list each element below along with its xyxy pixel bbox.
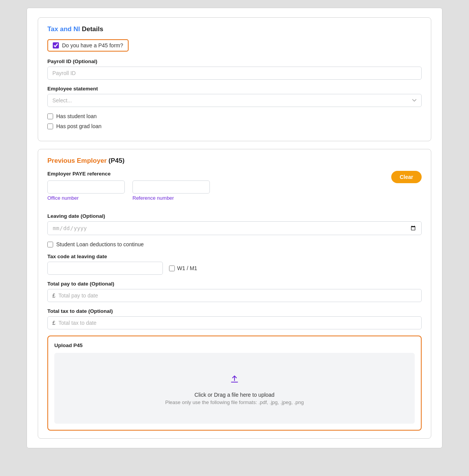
upload-sub-text: Please only use the following file forma… [165, 399, 304, 405]
previous-employer-title-part1: Previous Employer [47, 157, 107, 164]
office-number-sublabel: Office number [47, 195, 125, 201]
paye-sublabels-row: Office number Reference number [47, 195, 210, 201]
tax-code-group: Tax code at leaving date W1 / M1 [47, 254, 422, 275]
w1m1-checkbox[interactable] [169, 266, 175, 271]
post-grad-loan-row: Has post grad loan [47, 123, 422, 129]
total-pay-group: Total pay to date (Optional) £ [47, 281, 422, 302]
tax-ni-card: Tax and NI Details Do you have a P45 for… [38, 17, 431, 141]
paye-inputs-row [47, 180, 210, 194]
tax-code-label: Tax code at leaving date [47, 254, 422, 259]
total-tax-group: Total tax to date (Optional) £ [47, 308, 422, 329]
previous-employer-title-part2: (P45) [109, 157, 125, 164]
employee-statement-label: Employee statement [47, 86, 422, 92]
previous-employer-card: Previous Employer (P45) Employer PAYE re… [38, 149, 431, 439]
total-tax-currency-symbol: £ [52, 320, 55, 326]
student-loan-deductions-row: Student Loan deductions to continue [47, 241, 422, 247]
post-grad-loan-checkbox[interactable] [47, 124, 53, 129]
tax-ni-title: Tax and NI Details [47, 25, 422, 33]
total-pay-currency-symbol: £ [52, 292, 55, 299]
office-number-input[interactable] [47, 180, 125, 194]
payroll-id-group: Payroll ID (Optional) [47, 58, 422, 80]
student-loan-deductions-checkbox[interactable] [47, 242, 53, 247]
payroll-id-label: Payroll ID (Optional) [47, 58, 422, 64]
leaving-date-input[interactable] [47, 221, 422, 235]
student-loan-deductions-label[interactable]: Student Loan deductions to continue [56, 241, 144, 247]
tax-ni-title-part1: Tax and NI [47, 25, 80, 33]
previous-employer-title: Previous Employer (P45) [47, 157, 422, 165]
upload-main-text: Click or Drag a file here to upload [194, 392, 275, 398]
reference-number-sublabel: Reference number [132, 195, 210, 201]
p45-checkbox-row: Do you have a P45 form? [47, 39, 129, 52]
leaving-date-group: Leaving date (Optional) [47, 213, 422, 235]
total-tax-wrap: £ [47, 316, 422, 329]
tax-ni-title-part2: Details [82, 25, 103, 33]
post-grad-loan-label[interactable]: Has post grad loan [56, 123, 102, 129]
p45-checkbox[interactable] [53, 42, 59, 48]
reference-number-input[interactable] [132, 180, 210, 194]
student-loan-checkbox[interactable] [47, 114, 53, 119]
upload-label: Upload P45 [54, 342, 415, 348]
paye-label: Employer PAYE reference [47, 171, 210, 177]
total-pay-label: Total pay to date (Optional) [47, 281, 422, 287]
w1m1-label[interactable]: W1 / M1 [177, 265, 197, 271]
total-pay-wrap: £ [47, 289, 422, 302]
upload-icon [228, 371, 241, 388]
upload-p45-section: Upload P45 Click or Drag a file here to … [47, 336, 422, 431]
upload-dropzone[interactable]: Click or Drag a file here to upload Plea… [54, 353, 415, 424]
leaving-date-label: Leaving date (Optional) [47, 213, 422, 219]
p45-checkbox-label[interactable]: Do you have a P45 form? [62, 42, 123, 48]
student-loan-label[interactable]: Has student loan [56, 113, 97, 119]
student-loan-row: Has student loan [47, 113, 422, 119]
employee-statement-select[interactable]: Select... A B C [47, 94, 422, 107]
w1m1-row: W1 / M1 [169, 265, 197, 271]
total-pay-input[interactable] [59, 289, 417, 302]
tax-code-row: W1 / M1 [47, 262, 422, 275]
paye-header-row: Employer PAYE reference Office number Re… [47, 171, 422, 207]
page-wrapper: Tax and NI Details Do you have a P45 for… [27, 8, 442, 448]
clear-button[interactable]: Clear [391, 171, 422, 183]
paye-left: Employer PAYE reference Office number Re… [47, 171, 210, 207]
total-tax-label: Total tax to date (Optional) [47, 308, 422, 314]
payroll-id-input[interactable] [47, 67, 422, 80]
tax-code-input[interactable] [47, 262, 163, 275]
employee-statement-group: Employee statement Select... A B C [47, 86, 422, 107]
total-tax-input[interactable] [59, 317, 417, 329]
